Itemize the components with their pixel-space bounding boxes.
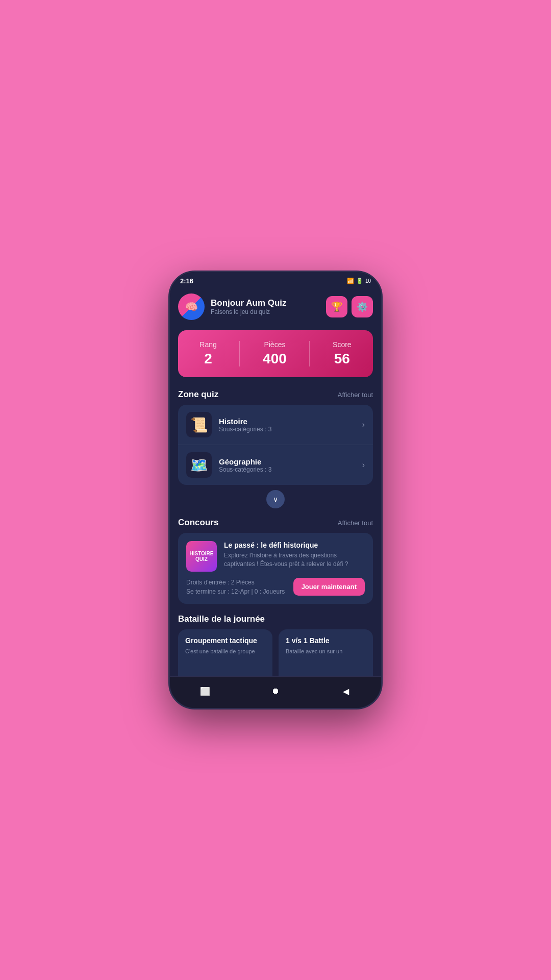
concours-link[interactable]: Afficher tout: [338, 519, 373, 527]
contest-entry: Droits d'entrée : 2 Pièces: [186, 579, 285, 586]
battle-card-group[interactable]: Groupement tactique C'est une bataille d…: [178, 629, 272, 676]
rang-stat: Rang 2: [199, 340, 216, 367]
header-actions: 🏆 ⚙️: [326, 296, 373, 317]
status-icons: 📶 🔋 10: [347, 278, 371, 284]
stat-divider-1: [239, 341, 240, 366]
header-title: Bonjour Aum Quiz: [211, 298, 320, 308]
contest-card-header: HISTOIRE QUIZ Le passé : le défi histori…: [186, 541, 365, 572]
score-label: Score: [333, 340, 352, 349]
stat-divider-2: [309, 341, 310, 366]
quiz-zone-title: Zone quiz: [178, 389, 218, 400]
battle-group-title: Groupement tactique: [185, 636, 265, 645]
battle-card-1v1[interactable]: 1 v/s 1 Battle Bataille avec un sur un 🤝: [279, 629, 373, 676]
geographie-icon: 🗺️: [190, 457, 208, 474]
pieces-stat: Pièces 400: [263, 340, 287, 367]
phone-frame: 2:16 📶 🔋 10 🧠 Bonjour Aum Quiz Faisons l…: [168, 271, 383, 709]
contest-desc: Explorez l'histoire à travers des questi…: [224, 551, 365, 569]
bataille-header: Bataille de la journée: [170, 610, 381, 629]
expand-button-container: ∨: [170, 485, 381, 513]
back-icon: ◀: [343, 687, 349, 696]
app-header: 🧠 Bonjour Aum Quiz Faisons le jeu du qui…: [170, 287, 381, 326]
score-stat: Score 56: [333, 340, 352, 367]
status-bar: 2:16 📶 🔋 10: [170, 272, 381, 287]
geographie-arrow: ›: [362, 460, 365, 470]
quiz-cards-container: 📜 Histoire Sous-catégories : 3 › 🗺️ Géog…: [178, 405, 373, 485]
histoire-arrow: ›: [362, 420, 365, 429]
header-subtitle: Faisons le jeu du quiz: [211, 308, 320, 315]
trophy-button[interactable]: 🏆: [326, 296, 347, 317]
contest-ends: Se termine sur : 12-Apr | 0 : Joueurs: [186, 588, 285, 595]
battle-group-desc: C'est une bataille de groupe: [185, 648, 265, 655]
avatar-inner: 🧠: [178, 293, 205, 320]
pieces-value: 400: [263, 351, 287, 367]
battle-1v1-title: 1 v/s 1 Battle: [286, 636, 366, 645]
quiz-zone-header: Zone quiz Afficher tout: [170, 385, 381, 405]
gear-icon: ⚙️: [357, 301, 368, 312]
battle-cards-container: Groupement tactique C'est une bataille d…: [178, 629, 373, 676]
battery-level: 10: [365, 278, 371, 284]
stats-card: Rang 2 Pièces 400 Score 56: [178, 330, 373, 377]
play-button[interactable]: Jouer maintenant: [293, 578, 365, 596]
geographie-name: Géographie: [219, 457, 355, 466]
concours-header: Concours Afficher tout: [170, 513, 381, 533]
trophy-icon: 🏆: [331, 301, 342, 312]
bataille-title: Bataille de la journée: [178, 614, 265, 624]
quiz-card-geographie[interactable]: 🗺️ Géographie Sous-catégories : 3 ›: [178, 445, 373, 485]
quiz-zone-link[interactable]: Afficher tout: [338, 391, 373, 399]
nav-back-button[interactable]: ◀: [337, 682, 355, 700]
contest-title: Le passé : le défi historique: [224, 541, 365, 549]
nav-square-button[interactable]: ⬜: [196, 682, 214, 700]
battle-group-icon: 👥: [216, 674, 234, 676]
contest-card: HISTOIRE QUIZ Le passé : le défi histori…: [178, 533, 373, 604]
histoire-icon-box: 📜: [186, 412, 212, 437]
geographie-sub: Sous-catégories : 3: [219, 466, 355, 473]
settings-button[interactable]: ⚙️: [352, 296, 373, 317]
histoire-icon: 📜: [190, 416, 208, 433]
quiz-card-histoire[interactable]: 📜 Histoire Sous-catégories : 3 ›: [178, 405, 373, 445]
contest-meta: Droits d'entrée : 2 Pièces Se termine su…: [186, 579, 285, 595]
concours-title: Concours: [178, 518, 218, 528]
score-value: 56: [334, 351, 350, 367]
battle-1v1-icon: 🤝: [317, 674, 335, 676]
phone-screen: 2:16 📶 🔋 10 🧠 Bonjour Aum Quiz Faisons l…: [170, 272, 381, 708]
nav-bar: ⬜ ⏺ ◀: [170, 676, 381, 708]
nav-home-button[interactable]: ⏺: [266, 682, 285, 700]
square-icon: ⬜: [200, 687, 210, 696]
battery-icon: 🔋: [356, 278, 363, 284]
contest-img-text: HISTOIRE QUIZ: [188, 551, 215, 562]
rang-value: 2: [204, 351, 212, 367]
header-text: Bonjour Aum Quiz Faisons le jeu du quiz: [211, 298, 320, 315]
histoire-sub: Sous-catégories : 3: [219, 426, 355, 433]
histoire-name: Histoire: [219, 417, 355, 426]
rang-label: Rang: [199, 340, 216, 349]
histoire-info: Histoire Sous-catégories : 3: [219, 417, 355, 433]
pieces-label: Pièces: [264, 340, 285, 349]
home-icon: ⏺: [271, 687, 280, 696]
geographie-icon-box: 🗺️: [186, 452, 212, 478]
battle-1v1-desc: Bataille avec un sur un: [286, 648, 366, 655]
contest-info: Le passé : le défi historique Explorez l…: [224, 541, 365, 572]
main-scroll: 🧠 Bonjour Aum Quiz Faisons le jeu du qui…: [170, 287, 381, 676]
chevron-down-icon: ∨: [273, 495, 278, 503]
avatar: 🧠: [178, 293, 205, 320]
expand-button[interactable]: ∨: [266, 490, 285, 508]
geographie-info: Géographie Sous-catégories : 3: [219, 457, 355, 473]
status-time: 2:16: [180, 277, 193, 285]
wifi-icon: 📶: [347, 278, 354, 284]
contest-image: HISTOIRE QUIZ: [186, 541, 217, 572]
contest-footer: Droits d'entrée : 2 Pièces Se termine su…: [186, 578, 365, 596]
